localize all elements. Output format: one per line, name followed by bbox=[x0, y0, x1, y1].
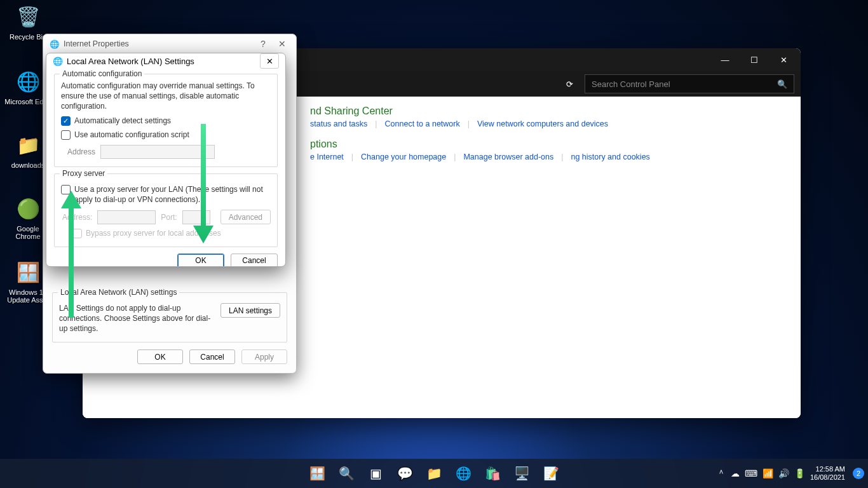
dialog-titlebar[interactable]: 🌐 Internet Properties ? ✕ bbox=[43, 34, 296, 53]
bypass-local-checkbox bbox=[72, 229, 82, 238]
section-title-network: nd Sharing Center bbox=[310, 105, 789, 117]
automatic-configuration-group: Automatic configuration Automatic config… bbox=[54, 74, 278, 167]
control-panel-button[interactable]: 🖥️ bbox=[509, 461, 534, 486]
windows-icon: 🪟 bbox=[14, 258, 42, 286]
close-button[interactable]: ✕ bbox=[260, 53, 279, 69]
taskbar: 🪟 🔍 ▣ 💬 📁 🌐 🛍️ 🖥️ 📝 ＾ ☁ ⌨ 📶 🔊 🔋 12:58 AM… bbox=[0, 459, 868, 488]
section-title-internet-options: ptions bbox=[310, 139, 789, 150]
clock[interactable]: 12:58 AM 16/08/2021 bbox=[810, 465, 845, 482]
keyboard-icon[interactable]: ⌨ bbox=[745, 468, 757, 478]
file-explorer-button[interactable]: 📁 bbox=[421, 461, 447, 486]
proxy-port-label: Port: bbox=[161, 213, 177, 222]
minimize-button[interactable]: — bbox=[710, 48, 740, 71]
ok-button[interactable]: OK bbox=[177, 254, 224, 268]
lan-settings-dialog: 🌐 Local Area Network (LAN) Settings ✕ Au… bbox=[46, 53, 286, 267]
battery-icon[interactable]: 🔋 bbox=[794, 468, 805, 478]
bypass-local-label: Bypass proxy server for local addresses bbox=[86, 228, 221, 238]
chrome-icon: 🟢 bbox=[14, 194, 42, 222]
lan-settings-button[interactable]: LAN settings bbox=[220, 303, 280, 318]
dialog-title: Local Area Network (LAN) Settings bbox=[67, 57, 194, 66]
link[interactable]: status and tasks bbox=[310, 119, 367, 128]
group-legend: Automatic configuration bbox=[60, 69, 144, 78]
auto-script-address-input bbox=[100, 145, 215, 159]
search-placeholder: Search Control Panel bbox=[592, 79, 670, 89]
dialog-buttons: OK Cancel bbox=[46, 247, 285, 268]
recycle-bin-icon: 🗑️ bbox=[14, 3, 42, 30]
edge-button[interactable]: 🌐 bbox=[451, 461, 476, 486]
ok-button[interactable]: OK bbox=[137, 349, 183, 364]
widgets-button[interactable]: 💬 bbox=[392, 461, 417, 486]
internet-options-icon: 🌐 bbox=[50, 39, 60, 49]
dialog-body: Automatic configuration Automatic config… bbox=[46, 69, 285, 247]
proxy-port-input bbox=[182, 210, 210, 224]
section-links-internet-options: e Internet| Change your homepage| Manage… bbox=[310, 152, 789, 161]
lan-settings-description: LAN Settings do not apply to dial-up con… bbox=[59, 303, 214, 334]
store-button[interactable]: 🛍️ bbox=[480, 461, 505, 486]
start-button[interactable]: 🪟 bbox=[304, 461, 330, 486]
advanced-button[interactable]: Advanced bbox=[220, 210, 271, 224]
tray-overflow-icon[interactable]: ＾ bbox=[717, 468, 726, 479]
close-button[interactable]: ✕ bbox=[275, 39, 290, 49]
proxy-address-input bbox=[97, 210, 156, 224]
dialog-titlebar[interactable]: 🌐 Local Area Network (LAN) Settings ✕ bbox=[46, 53, 285, 69]
search-button[interactable]: 🔍 bbox=[334, 461, 359, 486]
refresh-button[interactable]: ⟳ bbox=[562, 79, 577, 89]
help-button[interactable]: ? bbox=[255, 39, 271, 49]
edge-icon: 🌐 bbox=[14, 67, 42, 95]
dialog-buttons: OK Cancel Apply bbox=[43, 343, 296, 373]
notification-badge[interactable]: 2 bbox=[853, 468, 864, 479]
link[interactable]: ng history and cookies bbox=[571, 152, 649, 161]
auto-detect-checkbox[interactable]: ✓ bbox=[61, 116, 71, 126]
auto-script-checkbox[interactable] bbox=[61, 130, 71, 140]
dialog-title: Internet Properties bbox=[64, 39, 129, 48]
auto-script-label: Use automatic configuration script bbox=[74, 130, 189, 140]
link[interactable]: Manage browser add-ons bbox=[463, 152, 553, 161]
cancel-button[interactable]: Cancel bbox=[189, 349, 235, 364]
use-proxy-checkbox[interactable] bbox=[61, 185, 71, 194]
app-button[interactable]: 📝 bbox=[538, 461, 564, 486]
cancel-button[interactable]: Cancel bbox=[231, 254, 278, 268]
taskbar-center: 🪟 🔍 ▣ 💬 📁 🌐 🛍️ 🖥️ 📝 bbox=[304, 459, 564, 488]
group-legend: Local Area Network (LAN) settings bbox=[58, 288, 179, 297]
apply-button[interactable]: Apply bbox=[241, 349, 287, 364]
clock-date: 16/08/2021 bbox=[810, 473, 845, 482]
proxy-address-label: Address: bbox=[61, 213, 92, 222]
link[interactable]: Connect to a network bbox=[385, 119, 460, 128]
link[interactable]: Change your homepage bbox=[361, 152, 446, 161]
task-view-button[interactable]: ▣ bbox=[363, 461, 388, 486]
system-tray: ＾ ☁ ⌨ 📶 🔊 🔋 12:58 AM 16/08/2021 2 bbox=[717, 459, 864, 488]
maximize-button[interactable]: ☐ bbox=[740, 48, 769, 71]
folder-icon: 📁 bbox=[14, 131, 42, 159]
section-links-network: status and tasks| Connect to a network| … bbox=[310, 119, 789, 128]
onedrive-icon[interactable]: ☁ bbox=[731, 468, 740, 478]
lan-settings-group: Local Area Network (LAN) settings LAN Se… bbox=[52, 292, 287, 342]
auto-config-description: Automatic configuration may override man… bbox=[61, 81, 271, 112]
volume-icon[interactable]: 🔊 bbox=[778, 468, 789, 478]
auto-detect-label: Automatically detect settings bbox=[74, 116, 171, 126]
close-button[interactable]: ✕ bbox=[769, 48, 798, 71]
search-input[interactable]: Search Control Panel 🔍 bbox=[585, 74, 794, 93]
address-label: Address bbox=[61, 147, 95, 156]
group-legend: Proxy server bbox=[60, 169, 107, 178]
use-proxy-label: Use a proxy server for your LAN (These s… bbox=[74, 184, 271, 205]
internet-options-icon: 🌐 bbox=[53, 57, 63, 66]
wifi-icon[interactable]: 📶 bbox=[763, 468, 773, 478]
clock-time: 12:58 AM bbox=[810, 465, 845, 473]
search-icon: 🔍 bbox=[777, 79, 787, 89]
link[interactable]: View network computers and devices bbox=[477, 119, 608, 128]
link[interactable]: e Internet bbox=[310, 152, 344, 161]
proxy-server-group: Proxy server Use a proxy server for your… bbox=[54, 173, 278, 247]
